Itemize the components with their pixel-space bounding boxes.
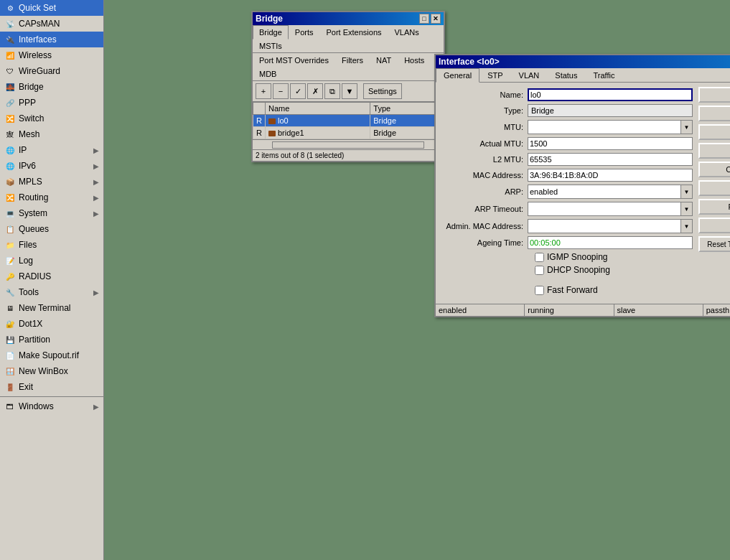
actual-mtu-input[interactable] [528, 137, 693, 150]
ageing-time-input[interactable] [528, 236, 693, 249]
sidebar-item-ip[interactable]: 🌐 IP ▶ [0, 142, 103, 158]
sidebar-item-switch[interactable]: 🔀 Switch [0, 111, 103, 126]
sidebar-item-make-supout[interactable]: 📄 Make Supout.rif [0, 347, 103, 363]
tab-traffic[interactable]: Traffic [585, 68, 622, 82]
l2-mtu-input[interactable] [528, 153, 693, 166]
sidebar-item-dot1x[interactable]: 🔐 Dot1X [0, 316, 103, 332]
sidebar-item-radius[interactable]: 🔑 RADIUS [0, 269, 103, 284]
arp-timeout-arrow-icon[interactable]: ▼ [680, 202, 692, 215]
bridge-tab-bar: Bridge Ports Port Extensions VLANs MSTIs [253, 25, 444, 53]
tab-nat[interactable]: NAT [370, 53, 398, 67]
tab-ports[interactable]: Ports [289, 25, 320, 39]
tab-stp[interactable]: STP [479, 68, 510, 82]
dhcp-snooping-checkbox[interactable] [535, 266, 544, 275]
sidebar-item-interfaces[interactable]: 🔌 Interfaces [0, 32, 103, 47]
bridge-status-text: 2 items out of 8 (1 selected) [256, 151, 344, 159]
tab-status[interactable]: Status [547, 68, 585, 82]
form-row-actual-mtu: Actual MTU: [441, 137, 693, 150]
disable-button[interactable]: Disable [698, 143, 730, 159]
comment-button[interactable]: Comment [698, 162, 730, 177]
torch-button[interactable]: Torch [698, 218, 730, 233]
tab-vlan[interactable]: VLAN [511, 68, 548, 82]
sidebar-item-capsman[interactable]: 📡 CAPsMAN [0, 16, 103, 32]
name-input[interactable] [528, 88, 693, 101]
sidebar-item-queues[interactable]: 📋 Queues [0, 221, 103, 237]
sidebar-item-label: WireGuard [19, 66, 60, 76]
ok-button[interactable]: OK [698, 87, 730, 103]
tab-mdb[interactable]: MDB [253, 67, 283, 80]
arp-arrow-icon[interactable]: ▼ [680, 185, 692, 198]
arp-timeout-select[interactable]: ▼ [528, 202, 693, 216]
sidebar-item-quick-set[interactable]: ⚙ Quick Set [0, 0, 103, 16]
reset-traffic-counters-button[interactable]: Reset Traffic Counters [698, 236, 730, 252]
sidebar-item-wireguard[interactable]: 🛡 WireGuard [0, 63, 103, 79]
sidebar-item-tools[interactable]: 🔧 Tools ▶ [0, 284, 103, 300]
copy-button[interactable]: ⧉ [324, 83, 340, 99]
disable-button[interactable]: ✗ [307, 83, 323, 99]
sidebar-item-ipv6[interactable]: 🌐 IPv6 ▶ [0, 158, 103, 174]
form-row-l2-mtu: L2 MTU: [441, 153, 693, 166]
sidebar-item-files[interactable]: 📁 Files [0, 237, 103, 253]
apply-button[interactable]: Apply [698, 124, 730, 140]
row-type: Bridge [370, 127, 444, 139]
horizontal-scrollbar[interactable] [253, 139, 444, 149]
table-row[interactable]: R bridge1 Bridge [253, 127, 444, 139]
form-row-ageing-time: Ageing Time: [441, 236, 693, 249]
admin-mac-select[interactable]: ▼ [528, 219, 693, 233]
add-button[interactable]: + [256, 83, 271, 99]
fast-forward-checkbox[interactable] [535, 286, 544, 295]
sidebar-item-label: Partition [19, 335, 50, 345]
sidebar-item-mpls[interactable]: 📦 MPLS ▶ [0, 174, 103, 190]
admin-mac-arrow-icon[interactable]: ▼ [680, 220, 692, 233]
sidebar-item-label: Bridge [19, 82, 44, 92]
sidebar-item-label: Interfaces [19, 34, 57, 45]
table-row[interactable]: R lo0 Bridge [253, 115, 444, 127]
bridge-maximize-btn[interactable]: □ [419, 14, 429, 24]
sidebar-item-partition[interactable]: 💾 Partition [0, 332, 103, 347]
filter-button[interactable]: ▼ [342, 83, 357, 99]
tab-filters[interactable]: Filters [335, 53, 370, 67]
sidebar-item-new-terminal[interactable]: 🖥 New Terminal [0, 300, 103, 316]
enable-button[interactable]: ✓ [290, 83, 306, 99]
interface-window: Interface <lo0> □ ✕ General STP VLAN Sta… [434, 54, 730, 317]
mac-input[interactable] [528, 169, 693, 182]
tab-hosts[interactable]: Hosts [398, 53, 431, 67]
igmp-snooping-checkbox[interactable] [535, 253, 544, 262]
sidebar-item-mesh[interactable]: 🕸 Mesh [0, 126, 103, 142]
sidebar-item-bridge[interactable]: 🌉 Bridge [0, 79, 103, 95]
tab-bridge[interactable]: Bridge [253, 25, 289, 39]
interfaces-icon: 🔌 [4, 34, 16, 45]
copy-button[interactable]: Copy [698, 180, 730, 196]
sidebar-item-new-winbox[interactable]: 🪟 New WinBox [0, 363, 103, 379]
sidebar-item-system[interactable]: 💻 System ▶ [0, 205, 103, 221]
cancel-button[interactable]: Cancel [698, 106, 730, 121]
settings-button[interactable]: Settings [363, 83, 402, 99]
remove-button[interactable]: − [273, 83, 289, 99]
tab-general[interactable]: General [436, 68, 479, 83]
remove-button[interactable]: Remove [698, 199, 730, 215]
mtu-select[interactable]: ▼ [528, 120, 693, 134]
arp-select[interactable]: enabled ▼ [528, 185, 693, 199]
sidebar-item-routing[interactable]: 🔀 Routing ▶ [0, 190, 103, 205]
sidebar-item-exit[interactable]: 🚪 Exit [0, 379, 103, 395]
tab-vlans[interactable]: VLANs [388, 25, 426, 39]
tab-port-extensions[interactable]: Port Extensions [319, 25, 388, 39]
interface-tab-bar: General STP VLAN Status Traffic [436, 68, 730, 83]
sidebar-item-windows[interactable]: 🗔 Windows ▶ [0, 398, 103, 414]
dot1x-icon: 🔐 [4, 318, 16, 330]
sidebar-item-log[interactable]: 📝 Log [0, 253, 103, 269]
row-flag: R [253, 127, 266, 139]
arp-label: ARP: [441, 187, 528, 196]
tab-mstis[interactable]: MSTIs [253, 39, 289, 52]
mtu-arrow-icon[interactable]: ▼ [680, 121, 692, 134]
igmp-snooping-row: IGMP Snooping [535, 252, 693, 262]
bridge-close-btn[interactable]: ✕ [431, 14, 441, 24]
bridge-window-titlebar: Bridge □ ✕ [253, 12, 444, 25]
tab-port-mst-overrides[interactable]: Port MST Overrides [253, 53, 335, 67]
row-name: bridge1 [265, 127, 370, 139]
sidebar-item-wireless[interactable]: 📶 Wireless [0, 47, 103, 63]
sidebar-item-label: PPP [19, 98, 36, 108]
admin-mac-label: Admin. MAC Address: [441, 222, 528, 230]
sidebar-item-label: Routing [19, 192, 48, 202]
sidebar-item-ppp[interactable]: 🔗 PPP [0, 95, 103, 111]
